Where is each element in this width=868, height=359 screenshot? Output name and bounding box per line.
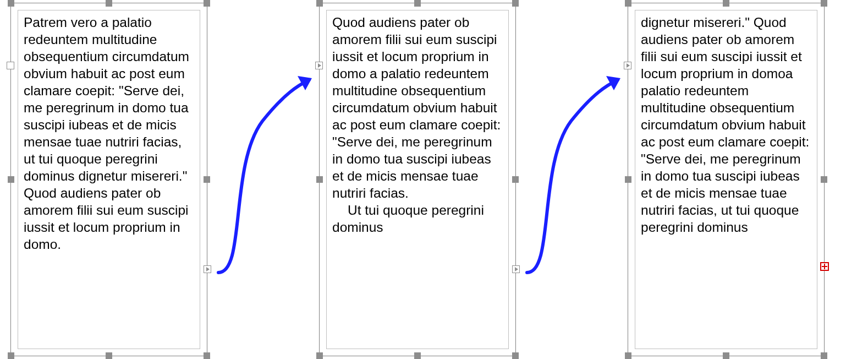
text-frame-2-paragraph-2[interactable]: Ut tui quoque peregrini dominus (332, 202, 503, 236)
thread-out-port[interactable] (204, 265, 211, 273)
resize-handle-bottom-center[interactable] (723, 352, 729, 359)
resize-handle-top-left[interactable] (8, 0, 14, 7)
resize-handle-middle-left[interactable] (316, 176, 323, 183)
text-frame-1[interactable]: Patrem vero a palatio redeuntem multitud… (10, 3, 207, 356)
resize-handle-middle-left[interactable] (8, 176, 14, 183)
text-frame-2-paragraph-1[interactable]: Quod audiens pater ob amorem filii sui e… (332, 14, 503, 202)
thread-in-arrow-icon (317, 63, 322, 68)
thread-in-arrow-icon (625, 63, 631, 68)
resize-handle-top-center[interactable] (414, 0, 421, 7)
thread-out-arrow-icon (205, 266, 211, 272)
resize-handle-middle-right[interactable] (821, 176, 827, 183)
resize-handle-bottom-center[interactable] (414, 352, 421, 359)
thread-out-arrow-icon (514, 266, 519, 272)
thread-out-port[interactable] (512, 265, 520, 273)
resize-handle-middle-right[interactable] (204, 176, 210, 183)
text-frame-3-paragraph[interactable]: dignetur misereri." Quod audiens pater o… (641, 14, 811, 236)
overset-text-indicator[interactable] (820, 262, 829, 271)
resize-handle-bottom-right[interactable] (512, 352, 519, 359)
resize-handle-bottom-left[interactable] (625, 352, 631, 359)
resize-handle-top-left[interactable] (625, 0, 631, 7)
resize-handle-top-right[interactable] (204, 0, 210, 7)
text-frame-1-paragraph[interactable]: Patrem vero a palatio redeuntem multitud… (24, 14, 194, 253)
thread-in-port[interactable] (315, 62, 323, 69)
resize-handle-middle-right[interactable] (512, 176, 519, 183)
text-frame-2-inner[interactable]: Quod audiens pater ob amorem filii sui e… (326, 10, 509, 349)
resize-handle-top-center[interactable] (106, 0, 112, 7)
resize-handle-bottom-center[interactable] (106, 352, 112, 359)
text-frame-2-paragraph-2-text[interactable]: Ut tui quoque peregrini dominus (332, 203, 484, 235)
resize-handle-top-right[interactable] (512, 0, 519, 7)
flow-arrow-1-to-2 (207, 55, 323, 286)
thread-in-port[interactable] (624, 62, 631, 69)
text-frame-3[interactable]: dignetur misereri." Quod audiens pater o… (628, 3, 825, 356)
text-frame-1-inner[interactable]: Patrem vero a palatio redeuntem multitud… (18, 10, 200, 349)
resize-handle-top-right[interactable] (821, 0, 827, 7)
resize-handle-top-center[interactable] (723, 0, 729, 7)
text-frame-2-content[interactable]: Quod audiens pater ob amorem filii sui e… (332, 14, 503, 345)
thread-in-port[interactable] (7, 62, 14, 69)
resize-handle-top-left[interactable] (316, 0, 323, 7)
resize-handle-bottom-right[interactable] (821, 352, 827, 359)
text-frame-3-inner[interactable]: dignetur misereri." Quod audiens pater o… (635, 10, 817, 349)
resize-handle-bottom-left[interactable] (8, 352, 14, 359)
resize-handle-middle-left[interactable] (625, 176, 631, 183)
text-frame-3-content[interactable]: dignetur misereri." Quod audiens pater o… (641, 14, 811, 345)
resize-handle-bottom-right[interactable] (204, 352, 210, 359)
flow-arrow-2-to-3 (516, 55, 631, 286)
text-frame-2[interactable]: Quod audiens pater ob amorem filii sui e… (319, 3, 516, 356)
text-frame-1-content[interactable]: Patrem vero a palatio redeuntem multitud… (24, 14, 194, 345)
resize-handle-bottom-left[interactable] (316, 352, 323, 359)
